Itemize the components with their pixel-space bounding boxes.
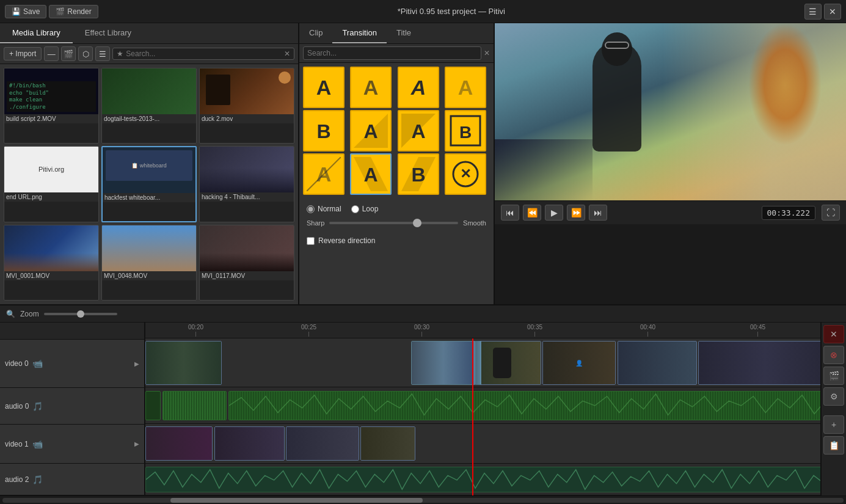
video-clip[interactable] bbox=[411, 341, 475, 385]
media-item-label: build script 2.MOV bbox=[4, 114, 98, 123]
track-label-audio0[interactable]: audio 0 🎵 bbox=[0, 388, 144, 425]
transition-item[interactable]: A bbox=[350, 67, 392, 108]
list-item[interactable]: MVI_0048.MOV bbox=[101, 225, 197, 301]
close-button[interactable]: ✕ bbox=[824, 4, 841, 20]
transition-item[interactable]: ✕ bbox=[445, 153, 486, 195]
right-panel: ⏮ ⏪ ▶ ⏩ ⏭ 00:33.222 ⛶ bbox=[495, 23, 846, 304]
audio-clip[interactable] bbox=[162, 391, 227, 420]
video-clip[interactable] bbox=[618, 341, 697, 385]
transition-item[interactable]: A bbox=[398, 67, 439, 108]
transition-item[interactable]: A bbox=[303, 153, 345, 195]
zoom-slider[interactable] bbox=[44, 313, 117, 315]
clip-properties-button[interactable]: 🎬 bbox=[61, 46, 76, 61]
audio-clip[interactable] bbox=[145, 467, 820, 492]
timeline-scrollbar[interactable] bbox=[0, 495, 846, 504]
transition-item[interactable]: A bbox=[398, 110, 439, 152]
remove-button[interactable]: — bbox=[44, 46, 59, 61]
track-label-video1[interactable]: video 1 📹 ▶ bbox=[0, 425, 144, 464]
transition-item[interactable]: B bbox=[398, 153, 439, 195]
list-item[interactable]: Pitivi.org end URL.png bbox=[4, 146, 99, 223]
video-clip[interactable] bbox=[698, 341, 820, 385]
list-item[interactable]: 📋 whiteboard hackfest whiteboar... bbox=[101, 146, 197, 223]
expand-video1-icon[interactable]: ▶ bbox=[134, 440, 139, 447]
tab-clip[interactable]: Clip bbox=[299, 23, 332, 43]
scrollbar-thumb[interactable] bbox=[170, 498, 423, 503]
track-name-video0: video 0 bbox=[5, 359, 29, 368]
list-item[interactable]: MVI_0117.MOV bbox=[199, 225, 294, 301]
ruler-mark-0040: 00:40 bbox=[640, 324, 655, 337]
track-name-audio2: audio 2 bbox=[5, 475, 29, 484]
rewind-button[interactable]: ⏪ bbox=[523, 205, 541, 221]
transition-search-input[interactable] bbox=[303, 46, 481, 60]
transition-item[interactable]: A bbox=[303, 67, 345, 108]
track-label-video0[interactable]: video 0 📹 ▶ bbox=[0, 340, 144, 388]
video-clip[interactable] bbox=[214, 426, 285, 461]
video-clip[interactable] bbox=[145, 341, 222, 385]
render-button[interactable]: 🎬 Render bbox=[49, 5, 98, 18]
loop-radio[interactable] bbox=[351, 205, 359, 213]
sharpness-slider-track[interactable] bbox=[329, 222, 458, 224]
fullscreen-button[interactable]: ⛶ bbox=[822, 205, 840, 221]
ruler-mark-0045: 00:45 bbox=[750, 324, 765, 337]
list-item[interactable]: duck 2.mov bbox=[199, 68, 294, 144]
loop-radio-label[interactable]: Loop bbox=[351, 205, 379, 213]
zoom-bar: 🔍 Zoom bbox=[0, 305, 846, 323]
svg-text:A: A bbox=[363, 76, 379, 99]
list-item[interactable]: hacking 4 - Thibault... bbox=[199, 146, 294, 223]
scrollbar-track[interactable] bbox=[2, 498, 844, 503]
clear-search-icon[interactable]: ✕ bbox=[284, 49, 290, 58]
tab-title[interactable]: Title bbox=[387, 23, 421, 43]
fast-forward-button[interactable]: ⏩ bbox=[567, 205, 585, 221]
save-button[interactable]: 💾 Save bbox=[5, 5, 46, 18]
transition-item[interactable]: A bbox=[350, 153, 392, 195]
track-label-audio2[interactable]: audio 2 🎵 bbox=[0, 464, 144, 495]
list-item[interactable]: dogtail-tests-2013-... bbox=[101, 68, 197, 144]
transition-item[interactable]: A bbox=[445, 67, 486, 108]
svg-text:A: A bbox=[458, 76, 473, 99]
track-settings-button[interactable]: ⚙ bbox=[823, 387, 844, 406]
list-item[interactable]: MVI_0001.MOV bbox=[4, 225, 99, 301]
go-to-start-button[interactable]: ⏮ bbox=[501, 205, 519, 221]
mode-radio-row: Normal Loop bbox=[307, 205, 486, 213]
clear-transition-search[interactable]: ✕ bbox=[484, 49, 490, 57]
sharpness-slider-thumb[interactable] bbox=[413, 219, 421, 227]
video-clip[interactable] bbox=[360, 426, 415, 461]
track-effect-button[interactable]: 🎬 bbox=[823, 367, 844, 385]
video-clip[interactable] bbox=[145, 426, 213, 461]
audio2-track-row bbox=[145, 464, 820, 495]
preview-area bbox=[495, 23, 846, 200]
video-clip[interactable] bbox=[480, 341, 541, 385]
go-to-end-button[interactable]: ⏭ bbox=[589, 205, 607, 221]
add-track-button[interactable]: + bbox=[823, 415, 844, 434]
reverse-direction-label: Reverse direction bbox=[318, 236, 375, 245]
normal-radio[interactable] bbox=[307, 205, 315, 213]
menu-button[interactable]: ☰ bbox=[804, 4, 822, 20]
video-clip[interactable] bbox=[286, 426, 359, 461]
audio-clip[interactable] bbox=[228, 391, 820, 420]
tab-effect-library[interactable]: Effect Library bbox=[73, 23, 144, 43]
svg-text:A: A bbox=[316, 76, 332, 99]
zoom-thumb[interactable] bbox=[77, 310, 84, 318]
disable-track-button[interactable]: ⊗ bbox=[823, 346, 844, 364]
transition-item[interactable]: B bbox=[303, 110, 345, 152]
import-button[interactable]: + Import bbox=[4, 47, 42, 60]
tab-media-library[interactable]: Media Library bbox=[0, 23, 73, 43]
track-action-button[interactable]: 📋 bbox=[823, 436, 844, 455]
filter-button[interactable]: ⬡ bbox=[78, 46, 93, 61]
transition-search: ✕ bbox=[299, 44, 494, 63]
delete-track-button[interactable]: ✕ bbox=[823, 325, 844, 343]
star-icon: ★ bbox=[117, 49, 123, 58]
reverse-direction-checkbox[interactable] bbox=[307, 237, 315, 245]
transition-item[interactable]: B bbox=[445, 110, 486, 152]
play-button[interactable]: ▶ bbox=[545, 205, 563, 221]
normal-radio-label[interactable]: Normal bbox=[307, 205, 341, 213]
expand-video0-icon[interactable]: ▶ bbox=[134, 360, 139, 367]
transition-item[interactable]: A bbox=[350, 110, 392, 152]
audio-clip[interactable] bbox=[145, 391, 161, 420]
track-name-audio0: audio 0 bbox=[5, 402, 29, 411]
media-search-input[interactable] bbox=[126, 49, 284, 58]
tab-transition[interactable]: Transition bbox=[332, 23, 387, 43]
list-item[interactable]: #!/bin/bashecho "build"make clean./confi… bbox=[4, 68, 99, 144]
list-view-button[interactable]: ☰ bbox=[95, 46, 110, 61]
video-clip[interactable]: 👤 bbox=[542, 341, 616, 385]
